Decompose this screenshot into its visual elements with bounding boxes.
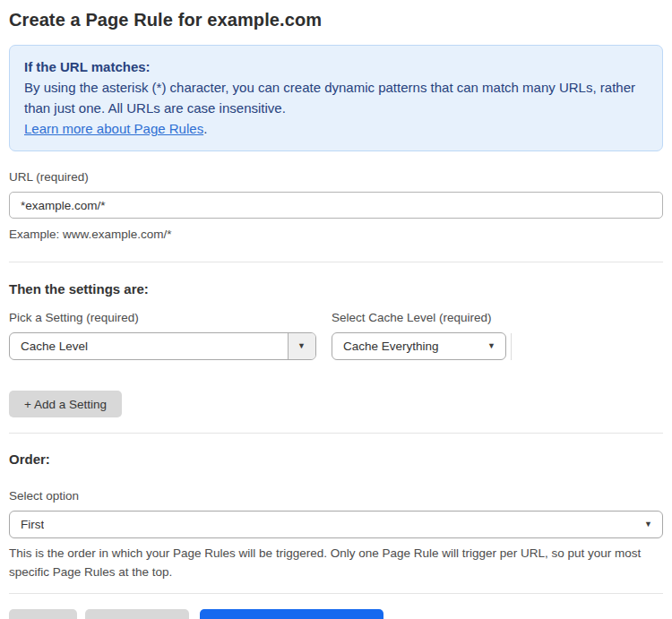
info-box-heading: If the URL matches: [24,56,648,77]
link-suffix: . [203,121,207,136]
save-and-deploy-button[interactable]: Save and Deploy Page Rule [200,609,384,619]
chevron-down-icon: ▼ [644,520,652,529]
section-divider [9,262,663,262]
cache-level-value: Cache Everything [332,340,439,353]
order-select-label: Select option [9,489,663,503]
settings-section-heading: Then the settings are: [9,281,663,297]
pick-setting-value: Cache Level [10,340,88,353]
url-input[interactable] [9,192,663,219]
section-divider [9,593,663,594]
create-page-rule-dialog: Create a Page Rule for example.com If th… [0,10,672,619]
cache-level-select[interactable]: Cache Everything ▼ [332,332,506,360]
cancel-button[interactable]: Cancel [9,609,77,619]
order-select[interactable]: First ▼ [9,511,663,538]
section-divider [9,433,663,434]
order-select-value: First [10,518,44,531]
settings-row: Pick a Setting (required) Cache Level ▼ … [9,311,663,360]
pick-setting-select[interactable]: Cache Level ▼ [9,332,316,360]
row-end-divider [511,333,512,360]
cache-level-column: Select Cache Level (required) Cache Ever… [332,311,506,360]
url-match-info-box: If the URL matches: By using the asteris… [9,45,663,151]
url-field-label: URL (required) [9,170,663,185]
info-box-body: By using the asterisk (*) character, you… [24,77,648,118]
info-link-line: Learn more about Page Rules. [24,118,648,139]
order-section-heading: Order: [9,451,663,467]
add-setting-button[interactable]: + Add a Setting [9,391,122,417]
pick-setting-column: Pick a Setting (required) Cache Level ▼ [9,311,316,360]
save-as-draft-button[interactable]: Save as Draft [85,609,189,619]
pick-setting-label: Pick a Setting (required) [9,311,316,325]
page-title: Create a Page Rule for example.com [9,10,663,30]
actions-row: Cancel Save as Draft Save and Deploy Pag… [9,609,663,619]
learn-more-link[interactable]: Learn more about Page Rules [24,121,203,136]
chevron-down-icon: ▼ [487,342,495,350]
url-example-text: Example: www.example.com/* [9,225,663,244]
cache-level-label: Select Cache Level (required) [332,311,506,325]
select-arrow-section [288,333,315,359]
order-help-text: This is the order in which your Page Rul… [9,544,659,581]
